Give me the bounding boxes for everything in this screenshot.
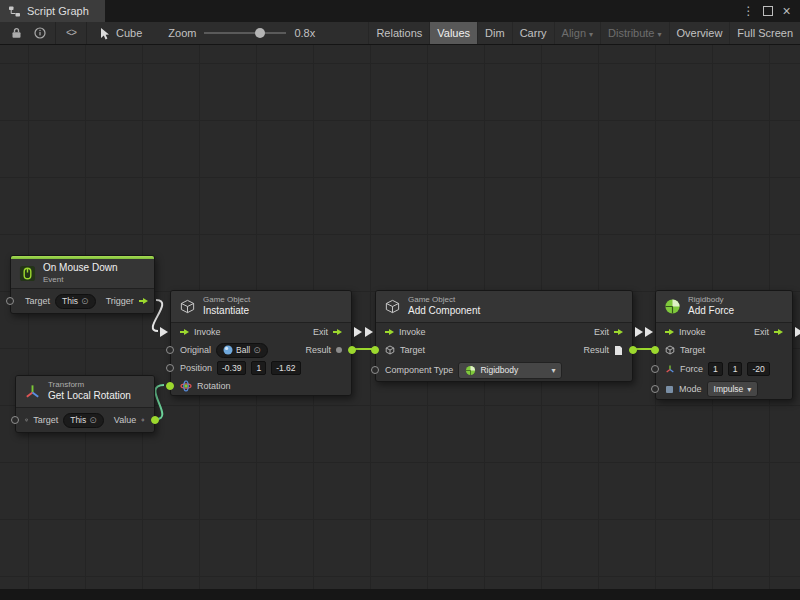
force-x-field[interactable]: 1: [708, 362, 723, 376]
position-input-port[interactable]: [166, 364, 174, 372]
target-object-field[interactable]: This: [55, 294, 96, 309]
position-x-field[interactable]: -0.39: [217, 361, 246, 375]
exit-output-port[interactable]: [795, 327, 800, 337]
mouse-event-icon: [19, 265, 36, 282]
transform-icon: [24, 383, 41, 400]
force-label: Force: [680, 364, 703, 374]
force-y-field[interactable]: 1: [728, 362, 743, 376]
result-output-port[interactable]: [348, 346, 356, 354]
add-component-node[interactable]: Game Object Add Component Invoke Exit Ta…: [375, 290, 633, 382]
rotation-type-icon: [141, 414, 145, 426]
node-category: Game Object: [203, 295, 250, 305]
node-row: Invoke Exit: [171, 323, 351, 341]
rotation-input-port[interactable]: [166, 382, 174, 390]
target-label: Target: [400, 345, 425, 355]
object-picker-icon[interactable]: [81, 296, 89, 306]
invoke-input-port[interactable]: [645, 327, 653, 337]
distribute-button[interactable]: Distribute: [600, 22, 668, 44]
exit-output-port[interactable]: [635, 327, 643, 337]
add-force-node[interactable]: Rigidbody Add Force Invoke Exit Target: [655, 290, 793, 400]
node-row: Mode Impulse: [656, 379, 792, 399]
zoom-slider[interactable]: [204, 22, 286, 44]
node-row: Position -0.39 1 -1.62: [171, 359, 351, 377]
invoke-label: Invoke: [679, 327, 706, 337]
tab-script-graph[interactable]: Script Graph: [0, 0, 105, 22]
node-title: Instantiate: [203, 305, 250, 318]
node-header[interactable]: Rigidbody Add Force: [656, 291, 792, 323]
position-z-field[interactable]: -1.62: [271, 361, 300, 375]
graph-canvas[interactable]: On Mouse Down Event Target This Trigger: [0, 45, 800, 600]
code-icon[interactable]: [59, 22, 83, 44]
value-output-port[interactable]: [151, 416, 159, 424]
original-input-port[interactable]: [166, 346, 174, 354]
graph-breadcrumb[interactable]: Cube: [90, 27, 152, 40]
button-label: Carry: [520, 27, 547, 39]
component-type-dropdown[interactable]: Rigidbody: [458, 362, 562, 379]
maximize-icon[interactable]: [760, 4, 775, 19]
lock-icon[interactable]: [4, 22, 28, 44]
target-label: Target: [33, 415, 58, 425]
game-object-type-icon: [665, 345, 675, 355]
target-label: Target: [680, 345, 705, 355]
object-field-value: Ball: [236, 345, 250, 355]
flow-arrow-icon[interactable]: [139, 298, 148, 304]
flow-arrow-icon: [614, 329, 623, 335]
force-input-port[interactable]: [651, 365, 659, 373]
node-row: Target: [656, 341, 792, 359]
wire-rotation-value[interactable]: [155, 385, 164, 419]
window-controls: [741, 0, 800, 22]
info-icon[interactable]: [28, 22, 52, 44]
result-label: Result: [305, 345, 331, 355]
rotation-label: Rotation: [197, 381, 231, 391]
toolbar-separator: [55, 22, 56, 44]
button-label: Align: [562, 27, 586, 39]
toolbar-buttons: Relations Values Dim Carry Align Distrib…: [368, 22, 800, 44]
target-label: Target: [25, 296, 50, 306]
values-button[interactable]: Values: [429, 22, 477, 44]
zoom-value: 0.8x: [294, 27, 315, 39]
zoom-slider-handle[interactable]: [255, 28, 265, 38]
target-input-port[interactable]: [371, 346, 379, 354]
zoom-slider-track: [204, 32, 286, 34]
on-mouse-down-node[interactable]: On Mouse Down Event Target This Trigger: [10, 255, 155, 314]
dim-button[interactable]: Dim: [477, 22, 512, 44]
instantiate-node[interactable]: Game Object Instantiate Invoke Exit Orig…: [170, 290, 352, 396]
force-z-field[interactable]: -20: [747, 362, 769, 376]
vector3-type-icon: [665, 364, 675, 374]
fullscreen-button[interactable]: Full Screen: [729, 22, 800, 44]
node-header[interactable]: Game Object Instantiate: [171, 291, 351, 323]
invoke-label: Invoke: [399, 327, 426, 337]
original-object-field[interactable]: Ball: [216, 343, 268, 358]
node-category: Game Object: [408, 295, 480, 305]
target-input-port[interactable]: [651, 346, 659, 354]
window-menu-icon[interactable]: [741, 4, 756, 19]
get-local-rotation-node[interactable]: Transform Get Local Rotation Target This…: [15, 375, 155, 433]
component-type-label: Component Type: [385, 365, 453, 375]
relations-button[interactable]: Relations: [368, 22, 429, 44]
position-y-field[interactable]: 1: [251, 361, 266, 375]
target-input-port[interactable]: [11, 416, 19, 424]
node-header[interactable]: Transform Get Local Rotation: [16, 376, 154, 408]
zoom-label: Zoom: [168, 27, 196, 39]
invoke-input-port[interactable]: [160, 327, 168, 337]
align-button[interactable]: Align: [554, 22, 600, 44]
node-header[interactable]: On Mouse Down Event: [11, 259, 154, 289]
invoke-input-port[interactable]: [365, 327, 373, 337]
rigidbody-icon: [465, 365, 476, 376]
target-input-port[interactable]: [6, 297, 14, 305]
object-picker-icon[interactable]: [253, 345, 261, 355]
node-header[interactable]: Game Object Add Component: [376, 291, 632, 323]
carry-button[interactable]: Carry: [512, 22, 554, 44]
object-picker-icon[interactable]: [89, 415, 97, 425]
mode-input-port[interactable]: [651, 385, 659, 393]
close-icon[interactable]: [779, 4, 794, 19]
target-object-field[interactable]: This: [63, 413, 104, 428]
node-row: Component Type Rigidbody: [376, 359, 632, 381]
result-output-port[interactable]: [629, 346, 637, 354]
titlebar: Script Graph: [0, 0, 800, 22]
mode-dropdown[interactable]: Impulse: [707, 381, 759, 397]
overview-button[interactable]: Overview: [669, 22, 730, 44]
component-type-input-port[interactable]: [371, 366, 379, 374]
result-label: Result: [583, 345, 609, 355]
exit-output-port[interactable]: [354, 327, 362, 337]
